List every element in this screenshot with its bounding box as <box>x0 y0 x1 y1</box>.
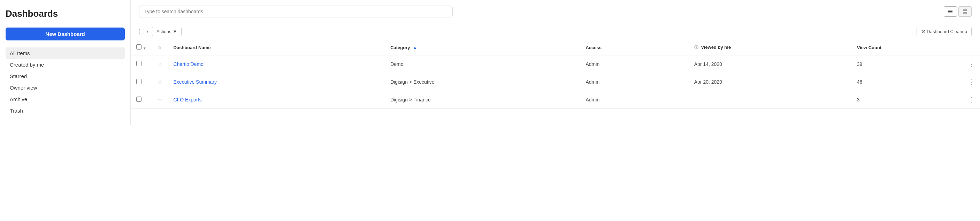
grid-icon <box>962 9 968 14</box>
main-content: ▼ Actions ▼ ⚒ Dashboard Cleanup <box>131 0 980 221</box>
cleanup-icon: ⚒ <box>921 29 925 34</box>
toolbar-left: ▼ Actions ▼ <box>139 27 181 36</box>
search-input[interactable] <box>139 6 453 17</box>
row-checkbox-cell <box>131 73 152 91</box>
row-viewed-1: Apr 20, 2020 <box>689 73 851 91</box>
th-dashboard-name[interactable]: Dashboard Name <box>168 40 385 55</box>
grid-view-button[interactable] <box>958 6 972 17</box>
row-count-2: 3 <box>851 91 963 109</box>
row-count-0: 39 <box>851 55 963 73</box>
svg-rect-5 <box>966 10 967 11</box>
th-star: ☆ <box>152 40 168 55</box>
actions-chevron-icon: ▼ <box>173 29 177 34</box>
list-view-button[interactable] <box>944 6 957 17</box>
row-star-cell: ☆ <box>152 91 168 109</box>
th-row-actions <box>963 40 980 55</box>
col-category-label: Category <box>390 45 410 50</box>
row-checkbox-1[interactable] <box>136 79 142 84</box>
row-checkbox-2[interactable] <box>136 97 142 102</box>
svg-rect-7 <box>966 12 967 14</box>
row-more-cell-0: ⋮ <box>963 55 980 73</box>
list-icon <box>948 9 953 14</box>
sidebar-item-all-items[interactable]: All Items <box>6 48 125 59</box>
select-all-wrapper: ▼ <box>139 29 149 34</box>
viewed-info-icon: ⓘ <box>694 45 698 50</box>
col-access-label: Access <box>585 45 601 50</box>
sidebar-item-starred[interactable]: Starred <box>6 70 125 82</box>
row-checkbox-cell <box>131 55 152 73</box>
row-name-1[interactable]: Executive Summary <box>168 73 385 91</box>
svg-rect-3 <box>948 13 953 13</box>
star-header-icon: ☆ <box>158 45 162 50</box>
sidebar-item-created-by-me[interactable]: Created by me <box>6 59 125 70</box>
sidebar-item-archive[interactable]: Archive <box>6 94 125 105</box>
table-row: ☆ CFO Exports Digisign > Finance Admin 3… <box>131 91 980 109</box>
th-category[interactable]: Category ▲ <box>385 40 580 55</box>
row-more-button-1[interactable]: ⋮ <box>968 78 974 86</box>
row-count-1: 46 <box>851 73 963 91</box>
row-access-1: Admin <box>580 73 688 91</box>
dashboards-table: ▼ ☆ Dashboard Name Category ▲ <box>131 40 980 109</box>
row-checkbox-cell <box>131 91 152 109</box>
row-name-0[interactable]: Chartio Demo <box>168 55 385 73</box>
sidebar-item-trash[interactable]: Trash <box>6 105 125 116</box>
header-chevron-icon[interactable]: ▼ <box>143 46 146 50</box>
sidebar-nav: All Items Created by me Starred Owner vi… <box>6 48 125 116</box>
th-access[interactable]: Access <box>580 40 688 55</box>
row-name-2[interactable]: CFO Exports <box>168 91 385 109</box>
row-category-0: Demo <box>385 55 580 73</box>
search-bar-row <box>131 0 980 23</box>
dashboard-cleanup-button[interactable]: ⚒ Dashboard Cleanup <box>916 27 972 36</box>
dashboards-table-container: ▼ ☆ Dashboard Name Category ▲ <box>131 40 980 221</box>
col-viewed-label: Viewed by me <box>701 45 731 50</box>
th-viewed[interactable]: ⓘ Viewed by me <box>689 40 851 55</box>
table-row: ☆ Executive Summary Digisign > Executive… <box>131 73 980 91</box>
header-checkbox[interactable] <box>136 44 142 49</box>
select-dropdown-chevron[interactable]: ▼ <box>146 30 149 33</box>
row-more-button-0[interactable]: ⋮ <box>968 60 974 68</box>
select-all-checkbox[interactable] <box>139 29 144 34</box>
row-star-cell: ☆ <box>152 55 168 73</box>
page-title: Dashboards <box>6 8 125 19</box>
row-more-button-2[interactable]: ⋮ <box>968 96 974 103</box>
row-star-icon-0[interactable]: ☆ <box>158 61 162 67</box>
view-toggle <box>944 6 972 17</box>
sidebar-item-owner-view[interactable]: Owner view <box>6 82 125 94</box>
svg-rect-2 <box>948 11 953 12</box>
toolbar: ▼ Actions ▼ ⚒ Dashboard Cleanup <box>131 23 980 40</box>
new-dashboard-button[interactable]: New Dashboard <box>6 27 125 40</box>
category-sort-icon: ▲ <box>413 45 417 50</box>
actions-label: Actions <box>156 29 172 34</box>
row-viewed-0: Apr 14, 2020 <box>689 55 851 73</box>
table-header-row: ▼ ☆ Dashboard Name Category ▲ <box>131 40 980 55</box>
table-row: ☆ Chartio Demo Demo Admin Apr 14, 2020 3… <box>131 55 980 73</box>
row-category-2: Digisign > Finance <box>385 91 580 109</box>
cleanup-label: Dashboard Cleanup <box>927 29 967 34</box>
actions-button[interactable]: Actions ▼ <box>152 27 182 36</box>
col-name-label: Dashboard Name <box>173 45 211 50</box>
svg-rect-4 <box>963 10 965 11</box>
col-count-label: View Count <box>857 45 882 50</box>
row-star-cell: ☆ <box>152 73 168 91</box>
row-checkbox-0[interactable] <box>136 61 142 66</box>
row-star-icon-2[interactable]: ☆ <box>158 97 162 103</box>
row-access-0: Admin <box>580 55 688 73</box>
table-body: ☆ Chartio Demo Demo Admin Apr 14, 2020 3… <box>131 55 980 109</box>
row-star-icon-1[interactable]: ☆ <box>158 79 162 85</box>
svg-rect-6 <box>963 12 965 14</box>
th-view-count[interactable]: View Count <box>851 40 963 55</box>
row-more-cell-2: ⋮ <box>963 91 980 109</box>
row-more-cell-1: ⋮ <box>963 73 980 91</box>
row-category-1: Digisign > Executive <box>385 73 580 91</box>
row-viewed-2 <box>689 91 851 109</box>
th-checkbox: ▼ <box>131 40 152 55</box>
row-access-2: Admin <box>580 91 688 109</box>
svg-rect-1 <box>948 10 953 10</box>
